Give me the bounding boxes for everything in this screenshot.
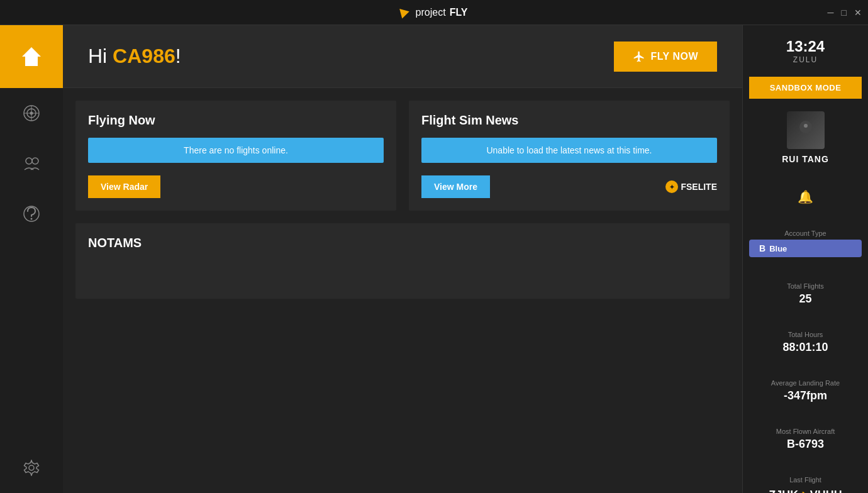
view-more-button[interactable]: View More (421, 175, 490, 198)
sandbox-mode-badge: SANDBOX MODE (749, 77, 862, 99)
logo-arrow-icon (399, 6, 411, 18)
avg-landing-label: Average Landing Rate (749, 379, 862, 387)
fselite-dot-icon: ✦ (665, 180, 678, 193)
svg-point-9 (31, 218, 33, 220)
most-flown-value: B-6793 (749, 438, 862, 451)
avatar (787, 111, 825, 149)
svg-point-12 (804, 124, 808, 128)
sidebar-item-support[interactable] (0, 189, 63, 239)
clock-time: 13:24 (786, 38, 825, 55)
last-flight-value: ZJHK › VHHH (749, 486, 862, 493)
header: Hi CA986! FLY NOW (63, 25, 742, 88)
sidebar-home-icon[interactable] (0, 25, 63, 88)
logo-text-light: project (416, 7, 446, 18)
total-hours-section: Total Hours 88:01:10 (749, 331, 862, 354)
no-flights-banner: There are no flights online. (88, 138, 384, 163)
account-type-badge: B Blue (749, 240, 862, 257)
fly-now-button[interactable]: FLY NOW (614, 42, 717, 72)
sidebar-item-settings[interactable] (0, 443, 63, 493)
sidebar-item-radar[interactable] (0, 88, 63, 138)
username-display: RUI TANG (782, 154, 829, 164)
svg-point-6 (26, 158, 32, 164)
logo-text-bold: FLY (450, 7, 468, 18)
notams-panel: NOTAMS (75, 223, 730, 299)
main-content: Hi CA986! FLY NOW Flying Now There are n… (63, 25, 742, 493)
account-type-icon: B (759, 243, 765, 253)
total-hours-value: 88:01:10 (749, 341, 862, 354)
flying-now-title: Flying Now (88, 113, 384, 128)
greeting-prefix: Hi (88, 45, 113, 67)
most-flown-section: Most Flown Aircraft B-6793 (749, 428, 862, 451)
panels-row-top: Flying Now There are no flights online. … (75, 101, 730, 211)
greeting: Hi CA986! (88, 45, 181, 68)
news-error-banner: Unable to load the latest news at this t… (421, 138, 717, 163)
sidebar (0, 25, 63, 493)
last-flight-to: VHHH (810, 489, 842, 493)
fselite-text: FSELITE (681, 182, 717, 192)
zulu-label: ZULU (786, 55, 825, 64)
notams-title: NOTAMS (88, 236, 717, 250)
last-flight-section: Last Flight ZJHK › VHHH (749, 476, 862, 493)
flight-sim-news-title: Flight Sim News (421, 113, 717, 128)
right-sidebar: 13:24 ZULU SANDBOX MODE RUI TANG 🔔 (742, 25, 868, 493)
sidebar-item-community[interactable] (0, 138, 63, 189)
avatar-image (787, 111, 825, 149)
app-container: Hi CA986! FLY NOW Flying Now There are n… (0, 25, 868, 493)
account-type-value: Blue (769, 244, 787, 253)
app-logo: projectFLY (401, 7, 468, 18)
avg-landing-value: -347fpm (749, 389, 862, 402)
greeting-username: CA986 (113, 45, 175, 67)
total-flights-value: 25 (749, 292, 862, 306)
greeting-suffix: ! (175, 45, 181, 67)
close-button[interactable]: ✕ (854, 8, 862, 17)
total-hours-label: Total Hours (749, 331, 862, 338)
svg-point-10 (29, 465, 34, 470)
most-flown-label: Most Flown Aircraft (749, 428, 862, 435)
total-flights-label: Total Flights (749, 282, 862, 290)
flight-sim-news-footer: View More ✦ FSELITE (421, 175, 717, 198)
notification-bell-icon[interactable]: 🔔 (798, 189, 813, 204)
avg-landing-section: Average Landing Rate -347fpm (749, 379, 862, 402)
flying-now-panel: Flying Now There are no flights online. … (75, 101, 396, 211)
svg-marker-0 (22, 47, 41, 66)
account-type-label: Account Type (749, 230, 862, 237)
maximize-button[interactable]: □ (842, 8, 847, 17)
fly-now-label: FLY NOW (650, 51, 698, 62)
user-profile: RUI TANG (782, 111, 829, 164)
total-flights-section: Total Flights 25 (749, 282, 862, 306)
fselite-logo: ✦ FSELITE (665, 180, 717, 193)
flying-now-footer: View Radar (88, 175, 384, 198)
window-controls: ─ □ ✕ (828, 8, 862, 17)
last-flight-arrow-icon: › (801, 486, 810, 493)
dashboard: Flying Now There are no flights online. … (63, 88, 742, 493)
account-type-section: Account Type B Blue (749, 230, 862, 257)
minimize-button[interactable]: ─ (828, 8, 834, 17)
view-radar-button[interactable]: View Radar (88, 175, 160, 198)
last-flight-from: ZJHK (769, 489, 798, 493)
last-flight-label: Last Flight (749, 476, 862, 484)
flight-sim-news-panel: Flight Sim News Unable to load the lates… (409, 101, 730, 211)
time-display: 13:24 ZULU (786, 38, 825, 64)
svg-point-7 (32, 158, 38, 164)
titlebar: projectFLY ─ □ ✕ (0, 0, 868, 25)
